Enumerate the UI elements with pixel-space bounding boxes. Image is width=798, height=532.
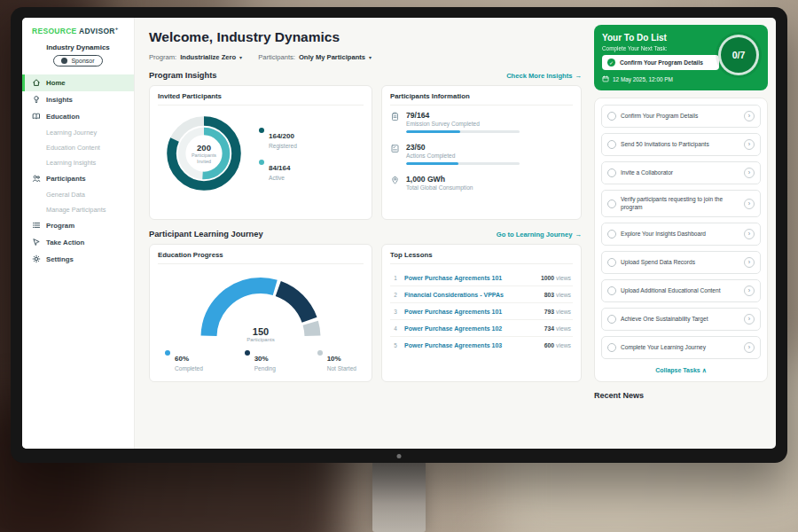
legend-item: 10% Not Started bbox=[317, 348, 356, 372]
section-title: Program Insights bbox=[149, 71, 216, 80]
filters-row: Program: Industrialize Zero ▾ Participan… bbox=[149, 53, 582, 61]
sidebar-item-settings[interactable]: Settings bbox=[22, 251, 134, 268]
chevron-right-icon[interactable]: › bbox=[744, 229, 755, 239]
task-row[interactable]: Invite a Collaborator › bbox=[601, 161, 761, 184]
chevron-right-icon[interactable]: › bbox=[744, 168, 755, 178]
chevron-right-icon[interactable]: › bbox=[744, 314, 755, 325]
logo-plus: + bbox=[115, 26, 119, 31]
lesson-views-label: views bbox=[556, 342, 571, 348]
task-checkbox[interactable] bbox=[607, 343, 616, 352]
todo-card: 0/7 Your To Do List Complete Your Next T… bbox=[594, 25, 768, 90]
chevron-right-icon[interactable]: › bbox=[744, 257, 755, 268]
app-logo: RESOURCE ADVISOR+ bbox=[22, 26, 134, 42]
checklist-icon bbox=[390, 144, 400, 153]
sidebar-item-learning-journey[interactable]: Learning Journey bbox=[22, 125, 134, 140]
task-checkbox[interactable] bbox=[607, 230, 616, 239]
task-label: Invite a Collaborator bbox=[621, 169, 739, 177]
stat-value: 79/164 bbox=[406, 111, 520, 120]
stat-row: 23/50 Actions Completed bbox=[390, 143, 573, 165]
task-row[interactable]: Upload Additional Educational Content › bbox=[601, 279, 761, 302]
next-task-pill[interactable]: ✓ Confirm Your Program Details bbox=[602, 55, 719, 70]
lesson-link[interactable]: Financial Considerations - VPPAs bbox=[404, 292, 539, 298]
lesson-rank: 1 bbox=[392, 275, 399, 281]
sidebar-item-program[interactable]: Program bbox=[22, 217, 134, 234]
sidebar-item-education-content[interactable]: Education Content bbox=[22, 140, 134, 155]
insights-cards-row: Invited Participants 200 bbox=[149, 85, 582, 220]
lesson-link[interactable]: Power Purchase Agreements 101 bbox=[404, 275, 536, 281]
task-checkbox[interactable] bbox=[607, 168, 616, 177]
sidebar-item-manage-participants[interactable]: Manage Participants bbox=[22, 202, 134, 217]
sidebar: RESOURCE ADVISOR+ Industry Dynamics Spon… bbox=[22, 18, 135, 449]
todo-subtitle: Complete Your Next Task: bbox=[602, 45, 760, 51]
task-row[interactable]: Confirm Your Program Details › bbox=[601, 105, 761, 128]
participants-filter-label: Participants: bbox=[258, 53, 295, 61]
task-row[interactable]: Upload Spend Data Records › bbox=[601, 251, 761, 274]
arrow-right-icon: → bbox=[575, 231, 582, 239]
task-checkbox[interactable] bbox=[607, 315, 616, 324]
lesson-rank: 5 bbox=[392, 342, 399, 348]
lesson-views-count: 734 bbox=[544, 325, 554, 332]
sidebar-item-home[interactable]: Home bbox=[22, 74, 134, 91]
participants-filter-dropdown[interactable]: Participants: Only My Participants ▾ bbox=[258, 53, 372, 61]
lesson-views-label: views bbox=[556, 309, 571, 315]
dashboard-screen: RESOURCE ADVISOR+ Industry Dynamics Spon… bbox=[22, 18, 776, 449]
lesson-row: 1 Power Purchase Agreements 101 1000 vie… bbox=[390, 270, 573, 286]
link-label: Go to Learning Journey bbox=[497, 231, 573, 239]
task-checkbox[interactable] bbox=[607, 258, 616, 267]
stat-value: 23/50 bbox=[406, 143, 520, 152]
task-label: Verify participants requesting to join t… bbox=[621, 196, 739, 211]
card-title: Education Progress bbox=[158, 251, 364, 264]
progress-bar bbox=[406, 130, 520, 133]
task-row[interactable]: Verify participants requesting to join t… bbox=[601, 190, 761, 217]
task-row[interactable]: Complete Your Learning Journey › bbox=[601, 336, 761, 359]
lesson-link[interactable]: Power Purchase Agreements 101 bbox=[404, 309, 539, 315]
sidebar-item-label: Participants bbox=[46, 175, 86, 183]
sidebar-item-participants[interactable]: Participants bbox=[22, 170, 134, 187]
lesson-row: 3 Power Purchase Agreements 101 793 view… bbox=[390, 303, 573, 320]
link-label: Check More Insights bbox=[506, 72, 572, 80]
task-row[interactable]: Explore Your Insights Dashboard › bbox=[601, 223, 761, 246]
sidebar-item-insights[interactable]: Insights bbox=[22, 91, 134, 108]
legend-dot bbox=[259, 160, 264, 165]
legend-value: 30% bbox=[254, 355, 269, 363]
lesson-views-count: 803 bbox=[544, 292, 554, 298]
chevron-right-icon[interactable]: › bbox=[744, 199, 755, 209]
sidebar-item-general-data[interactable]: General Data bbox=[22, 187, 134, 202]
chevron-right-icon[interactable]: › bbox=[744, 139, 755, 150]
sidebar-item-take-action[interactable]: Take Action bbox=[22, 234, 134, 251]
program-filter-dropdown[interactable]: Program: Industrialize Zero ▾ bbox=[149, 53, 242, 61]
main-content: Welcome, Industry Dynamics Program: Indu… bbox=[135, 18, 592, 449]
go-to-learning-journey-link[interactable]: Go to Learning Journey → bbox=[497, 231, 582, 239]
task-label: Upload Spend Data Records bbox=[621, 259, 739, 267]
legend-dot bbox=[165, 350, 170, 356]
cursor-icon bbox=[32, 238, 41, 246]
check-more-insights-link[interactable]: Check More Insights → bbox=[506, 72, 582, 80]
chevron-right-icon[interactable]: › bbox=[744, 111, 755, 121]
lesson-rank: 2 bbox=[392, 292, 399, 298]
task-row[interactable]: Send 50 Invitations to Participants › bbox=[601, 133, 761, 156]
task-checkbox[interactable] bbox=[607, 140, 616, 149]
next-task-label: Confirm Your Program Details bbox=[620, 59, 703, 66]
task-row[interactable]: Achieve One Sustainability Target › bbox=[601, 308, 761, 331]
task-checkbox[interactable] bbox=[607, 200, 616, 208]
task-checkbox[interactable] bbox=[607, 286, 616, 295]
lesson-row: 5 Power Purchase Agreements 103 600 view… bbox=[390, 337, 573, 353]
clipboard-icon bbox=[390, 112, 400, 121]
chevron-right-icon[interactable]: › bbox=[744, 286, 755, 296]
lesson-link[interactable]: Power Purchase Agreements 103 bbox=[404, 342, 539, 348]
legend-label: Completed bbox=[175, 365, 203, 372]
sidebar-item-education[interactable]: Education bbox=[22, 108, 134, 125]
lightbulb-icon bbox=[32, 95, 41, 104]
legend-label: Not Started bbox=[327, 365, 356, 372]
todo-due-date: 12 May 2025, 12:00 PM bbox=[613, 76, 673, 82]
sidebar-item-learning-insights[interactable]: Learning Insights bbox=[22, 155, 134, 170]
sponsor-badge[interactable]: Sponsor bbox=[53, 55, 102, 66]
learning-journey-header: Participant Learning Journey Go to Learn… bbox=[149, 230, 582, 239]
lesson-link[interactable]: Power Purchase Agreements 102 bbox=[404, 325, 539, 332]
legend-value: 10% bbox=[327, 355, 341, 363]
collapse-tasks-button[interactable]: Collapse Tasks ∧ bbox=[601, 364, 761, 375]
task-checkbox[interactable] bbox=[607, 112, 616, 121]
sidebar-item-label: Learning Journey bbox=[46, 129, 97, 137]
chevron-right-icon[interactable]: › bbox=[744, 342, 755, 353]
calendar-icon bbox=[602, 75, 609, 82]
